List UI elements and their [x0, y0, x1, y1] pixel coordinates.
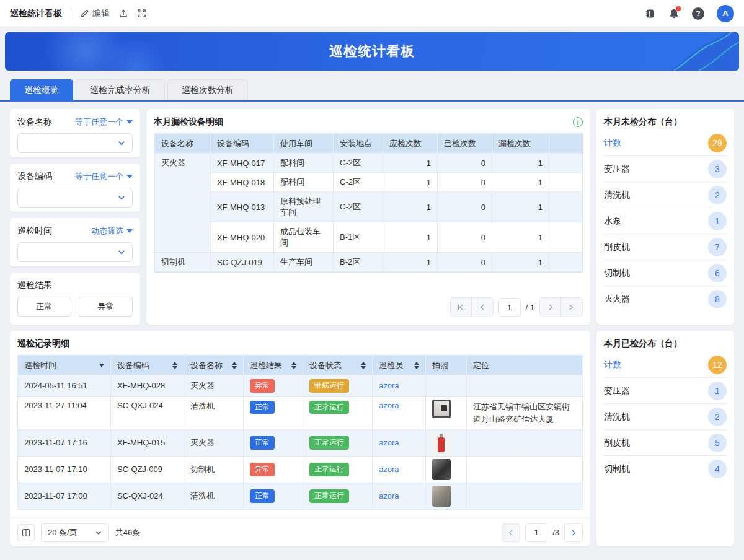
count-label[interactable]: 计数	[604, 138, 621, 149]
inspection-time-select[interactable]	[17, 242, 133, 262]
prev-page-button[interactable]	[502, 523, 520, 542]
tab-strip: 巡检概览 巡检完成率分析 巡检次数分析	[0, 79, 744, 102]
column-settings-icon[interactable]	[17, 524, 35, 541]
last-page-button[interactable]	[561, 298, 582, 317]
edit-button[interactable]: 编辑	[80, 8, 110, 19]
panel-title: 本月未检分布（台）	[604, 116, 727, 128]
sort-icon	[361, 362, 366, 369]
value-badge: 4	[708, 460, 727, 478]
location-text: 江苏省无锡市锡山区安镇街道丹山路兖矿信达大厦	[467, 396, 583, 429]
records-table: 巡检时间 设备编码 设备名称 巡检结果 设备状态 巡检员 拍照 定位 2024-	[17, 355, 583, 510]
fullscreen-icon[interactable]	[137, 9, 146, 18]
col-header-sortable[interactable]: 设备状态	[303, 356, 373, 375]
operator-dropdown[interactable]: 等于任意一个	[75, 116, 133, 128]
records-table-scroll[interactable]: 巡检时间 设备编码 设备名称 巡检结果 设备状态 巡检员 拍照 定位 2024-	[17, 354, 583, 514]
photo-thumbnail[interactable]	[432, 432, 451, 453]
tab-completion-rate[interactable]: 巡检完成率分析	[76, 79, 165, 100]
info-icon[interactable]: i	[573, 117, 583, 127]
col-header: 拍照	[426, 356, 467, 375]
col-header: 安装地点	[334, 134, 383, 154]
page-number-input[interactable]	[498, 298, 521, 317]
table-row: 2023-11-27 11:04 SC-QXJ-024 清洗机 正常 正常运行 …	[18, 396, 583, 429]
result-normal-button[interactable]: 正常	[17, 297, 71, 317]
photo-thumbnail[interactable]	[432, 486, 451, 507]
filter-inspection-time: 巡检时间 动态筛选	[10, 218, 140, 266]
operator-dropdown[interactable]: 动态筛选	[91, 225, 133, 237]
result-badge: 正常	[250, 436, 275, 450]
status-badge: 正常运行	[309, 401, 349, 414]
filter-inspection-result: 巡检结果 正常 异常	[10, 273, 140, 325]
count-label[interactable]: 计数	[604, 359, 621, 370]
caret-down-icon	[126, 120, 133, 124]
col-header-sortable[interactable]: 设备编码	[111, 356, 184, 375]
photo-thumbnail[interactable]	[432, 400, 451, 418]
page-size-select[interactable]: 20 条/页	[41, 523, 109, 542]
col-header-sortable[interactable]: 设备名称	[184, 356, 244, 375]
result-badge: 异常	[250, 463, 275, 476]
filter-device-code: 设备编码 等于任意一个	[10, 164, 140, 212]
next-page-button[interactable]	[540, 298, 561, 317]
app-title: 巡检统计看板	[10, 8, 62, 19]
chevron-down-icon	[117, 193, 126, 202]
photo-thumbnail[interactable]	[432, 459, 451, 480]
value-badge: 2	[708, 186, 727, 204]
page-number-input[interactable]	[525, 523, 547, 542]
value-badge: 7	[708, 238, 727, 256]
table-row: 2023-11-07 17:10 SC-QZJ-009 切制机 异常 正常运行 …	[18, 456, 583, 483]
inspector-link[interactable]: azora	[379, 491, 399, 501]
chevron-down-icon	[95, 529, 102, 536]
status-badge: 正常运行	[309, 489, 349, 503]
inspector-link[interactable]: azora	[379, 438, 399, 447]
records-footer: 20 条/页 共46条 /3	[10, 518, 590, 546]
sort-icon	[414, 362, 419, 369]
col-header-sortable[interactable]: 巡检结果	[244, 356, 303, 375]
journal-icon[interactable]	[645, 8, 656, 19]
col-header-sortable[interactable]: 巡检员	[373, 356, 426, 375]
list-item: 切制机 4	[604, 456, 727, 482]
caret-down-icon	[126, 229, 133, 233]
inspector-link[interactable]: azora	[379, 465, 399, 474]
caret-down-icon	[126, 175, 133, 178]
inspector-link[interactable]: azora	[379, 381, 399, 390]
unchecked-distribution-panel: 本月未检分布（台） 计数 29 变压器 3 清洗机 2 水泵 1 削皮机 7	[596, 109, 734, 325]
value-badge: 2	[708, 408, 727, 426]
filter-device-name: 设备名称 等于任意一个	[10, 109, 140, 157]
missed-card-title: 本月漏检设备明细	[154, 116, 223, 128]
records-card-title: 巡检记录明细	[17, 338, 69, 349]
table-row: XF-MHQ-020 成品包装车间 B-1区 1 0 1	[155, 222, 582, 253]
export-icon[interactable]	[118, 9, 128, 19]
tab-overview[interactable]: 巡检概览	[10, 79, 73, 100]
value-badge: 1	[708, 212, 727, 230]
bell-icon[interactable]	[668, 8, 680, 19]
device-code-select[interactable]	[17, 188, 133, 208]
device-name-select[interactable]	[17, 133, 133, 153]
inspector-link[interactable]: azora	[379, 401, 399, 410]
list-item: 变压器 1	[604, 378, 727, 404]
total-count: 共46条	[115, 527, 140, 538]
banner-title: 巡检统计看板	[329, 42, 415, 61]
next-page-button[interactable]	[564, 523, 583, 542]
divider	[71, 8, 71, 19]
list-item: 变压器 3	[604, 156, 727, 182]
avatar[interactable]: A	[717, 5, 734, 22]
dashboard-banner: 巡检统计看板	[5, 32, 739, 71]
operator-dropdown[interactable]: 等于任意一个	[75, 171, 133, 182]
result-badge: 正常	[250, 489, 275, 503]
value-badge: 5	[708, 434, 727, 452]
first-page-button[interactable]	[451, 298, 472, 317]
help-icon[interactable]: ?	[692, 7, 704, 20]
tab-inspection-count[interactable]: 巡检次数分析	[167, 79, 248, 100]
missed-table-pager: / 1	[146, 291, 590, 325]
list-item: 切制机 6	[604, 260, 727, 286]
col-header-sortable[interactable]: 巡检时间	[18, 356, 111, 375]
filter-panel: 设备名称 等于任意一个 设备编码 等于任意一个	[10, 109, 140, 325]
list-item: 水泵 1	[604, 208, 727, 234]
status-badge: 正常运行	[309, 463, 349, 476]
records-card: 巡检记录明细 巡检时间 设备编码 设备名称 巡检结果 设备状态 巡检员 拍照	[10, 331, 590, 546]
sort-desc-icon	[99, 364, 104, 367]
right-rail: 本月未检分布（台） 计数 29 变压器 3 清洗机 2 水泵 1 削皮机 7	[596, 109, 734, 546]
result-badge: 异常	[250, 379, 275, 393]
table-row: 2023-11-07 17:00 SC-QXJ-024 清洗机 正常 正常运行 …	[18, 483, 583, 509]
result-abnormal-button[interactable]: 异常	[79, 297, 133, 317]
prev-page-button[interactable]	[472, 298, 493, 317]
